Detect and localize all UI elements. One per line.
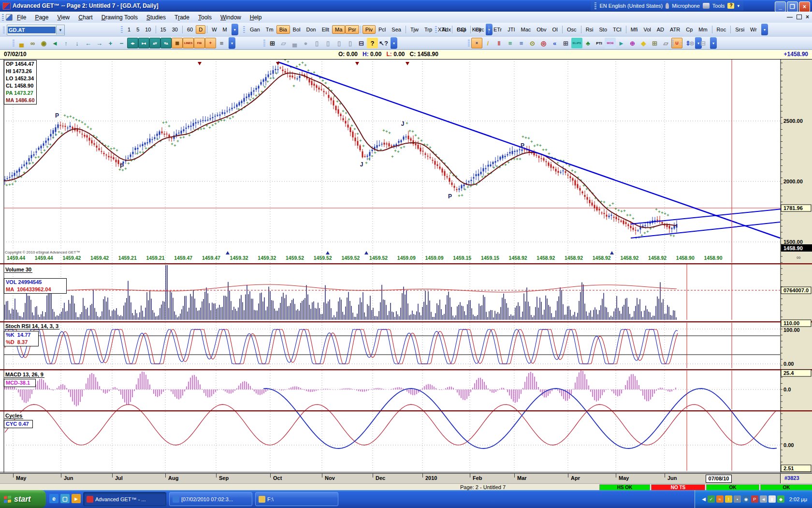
menu-chart[interactable]: Chart bbox=[74, 13, 97, 22]
interval-5[interactable]: 5 bbox=[133, 25, 142, 34]
security-key-icon[interactable]: ! bbox=[725, 495, 732, 503]
ie-icon[interactable]: e bbox=[49, 494, 58, 503]
back-icon[interactable]: ◄ bbox=[49, 38, 60, 48]
indicator-atr[interactable]: ATR bbox=[667, 25, 683, 34]
mdi-close-icon[interactable]: × bbox=[806, 14, 809, 20]
langbar-tools-label[interactable]: Tools bbox=[712, 3, 725, 9]
indicator-etr[interactable]: ETr bbox=[491, 25, 505, 34]
taskbar-task-2[interactable]: F:\ bbox=[255, 492, 338, 506]
extra-tools-grip[interactable] bbox=[672, 40, 674, 46]
lines-stack-icon[interactable]: ≡ bbox=[516, 38, 527, 48]
media-icon[interactable]: ▸ bbox=[72, 494, 81, 503]
study-piv[interactable]: Piv bbox=[362, 25, 376, 34]
menubar-grip[interactable] bbox=[2, 14, 4, 21]
bar-plus-icon[interactable]: + bbox=[105, 38, 116, 48]
clock-icon[interactable]: ⊙ bbox=[527, 38, 538, 48]
expand-v-icon[interactable]: ▴▾ bbox=[149, 38, 160, 48]
indicator-mac[interactable]: Mac bbox=[518, 25, 534, 34]
scroll-up-icon[interactable]: ↑ bbox=[60, 38, 72, 48]
lines-icon[interactable]: LINES bbox=[183, 38, 194, 48]
indicator-cci[interactable]: CCI bbox=[454, 25, 469, 34]
scroll-down-icon[interactable]: ↓ bbox=[72, 38, 83, 48]
indicator-oi[interactable]: OI bbox=[549, 25, 561, 34]
page1-icon[interactable]: ▯ bbox=[311, 38, 322, 48]
display-icon[interactable]: ▪ bbox=[734, 495, 741, 503]
symbol-combo[interactable]: GD.AT ▼ bbox=[7, 25, 65, 35]
menu-studies[interactable]: Studies bbox=[142, 13, 170, 22]
indicator-wr[interactable]: Wr bbox=[747, 25, 760, 34]
interval-60[interactable]: 60 bbox=[184, 25, 196, 34]
pti-icon[interactable]: PTI bbox=[594, 38, 605, 48]
menu-view[interactable]: View bbox=[53, 13, 74, 22]
oval-gray-icon[interactable]: ● bbox=[300, 38, 311, 48]
study-sea[interactable]: Sea bbox=[389, 25, 404, 34]
tree-icon[interactable]: ♣ bbox=[582, 38, 594, 48]
indicator-ad[interactable]: AD bbox=[654, 25, 667, 34]
grid-small-icon[interactable]: ⊞ bbox=[560, 38, 571, 48]
study-tm[interactable]: Tm bbox=[263, 25, 276, 34]
desktop-icon[interactable]: ▢ bbox=[60, 494, 70, 503]
interval-15[interactable]: 15 bbox=[158, 25, 169, 34]
search-binoculars-icon[interactable]: ∞ bbox=[27, 38, 38, 48]
print2-icon[interactable]: ⊟ bbox=[697, 38, 709, 48]
java-icon[interactable]: ≈ bbox=[716, 495, 724, 503]
symbol-toolbar-grip[interactable] bbox=[3, 27, 5, 33]
target-icon[interactable]: ◎ bbox=[538, 38, 549, 48]
menu-drawing-tools[interactable]: Drawing Tools bbox=[97, 13, 142, 22]
indicator-mm[interactable]: Mm bbox=[696, 25, 710, 34]
study-ellt[interactable]: Ellt bbox=[319, 25, 332, 34]
spybot-icon[interactable]: ◉ bbox=[742, 495, 750, 503]
indicator-cyc[interactable]: Cyc bbox=[472, 25, 487, 34]
avg-icon[interactable]: ◆ bbox=[777, 495, 784, 503]
taskbar-task-0[interactable]: Advanced GET™ - ... bbox=[83, 492, 166, 506]
indicator-cp[interactable]: Cp bbox=[683, 25, 696, 34]
mob-icon[interactable]: MOB bbox=[605, 38, 616, 48]
compress-h-icon[interactable]: ▸◂ bbox=[138, 38, 149, 48]
interval-10[interactable]: 10 bbox=[142, 25, 154, 34]
corner-binoculars-icon[interactable]: ∞ bbox=[797, 254, 801, 261]
langbar-options-icon[interactable]: ▾ bbox=[737, 3, 740, 8]
highlighter-icon[interactable]: ◆ bbox=[638, 38, 649, 48]
indicator-sto[interactable]: Sto bbox=[596, 25, 610, 34]
help-icon[interactable]: ? bbox=[367, 38, 378, 48]
stoch-panel-title[interactable]: Stoch RSI 14, 14, 3, 3 bbox=[4, 323, 59, 329]
grid-dots-icon[interactable]: ▦ bbox=[172, 38, 183, 48]
indicator-jti[interactable]: JTI bbox=[505, 25, 518, 34]
indicator-rsi[interactable]: Rsi bbox=[583, 25, 596, 34]
folder-gray-icon[interactable]: ▄ bbox=[289, 38, 300, 48]
properties-icon[interactable]: ≡ bbox=[216, 38, 227, 48]
indicator-tci[interactable]: TCI bbox=[610, 25, 624, 34]
chart-tools-overflow-icon[interactable]: ▾ bbox=[229, 37, 235, 49]
indicator-roc[interactable]: Roc bbox=[714, 25, 729, 34]
study-grip[interactable] bbox=[243, 26, 245, 33]
record-icon[interactable]: ◉ bbox=[38, 38, 49, 48]
cycles-panel-title[interactable]: Cycles bbox=[4, 413, 23, 419]
volume-icon[interactable]: ◄ bbox=[760, 495, 767, 503]
mdi-minimize-icon[interactable]: — bbox=[787, 14, 793, 20]
detach-icon[interactable]: ⊗ bbox=[686, 38, 697, 48]
menu-tools[interactable]: Tools bbox=[194, 13, 216, 22]
study-gan[interactable]: Gan bbox=[247, 25, 263, 34]
flag-icon[interactable]: ► bbox=[616, 38, 627, 48]
crosshair-icon[interactable]: + bbox=[205, 38, 216, 48]
menu-help[interactable]: Help bbox=[246, 13, 266, 22]
restore-button[interactable]: ❐ bbox=[787, 1, 798, 12]
print-icon[interactable]: ⊟ bbox=[356, 38, 367, 48]
zoom-plus-icon[interactable]: ⊕ bbox=[627, 38, 638, 48]
study-pcl[interactable]: Pcl bbox=[376, 25, 389, 34]
interval-30[interactable]: 30 bbox=[169, 25, 181, 34]
indicator-adx[interactable]: Adx bbox=[439, 25, 454, 34]
file-tools-grip[interactable] bbox=[263, 40, 265, 46]
taskbar-task-1[interactable]: [07/02/2010 07:02:3... bbox=[169, 492, 252, 506]
copy-grid-icon[interactable]: ⊞ bbox=[649, 38, 660, 48]
indicator-obv[interactable]: Obv bbox=[534, 25, 549, 34]
indicator-grip[interactable] bbox=[435, 26, 437, 33]
interval-grip[interactable] bbox=[121, 26, 123, 33]
language-bar[interactable]: EN English (United States) Microphone To… bbox=[591, 1, 743, 11]
study-tjw[interactable]: Tjw bbox=[407, 25, 421, 34]
expand-h-icon[interactable]: ◂▸ bbox=[127, 38, 138, 48]
elips-icon[interactable]: ELiPS bbox=[571, 38, 582, 48]
context-help-icon[interactable]: ↖? bbox=[378, 38, 389, 48]
minimize-button[interactable]: _ bbox=[775, 1, 786, 12]
study-tools-grip[interactable] bbox=[468, 40, 470, 46]
